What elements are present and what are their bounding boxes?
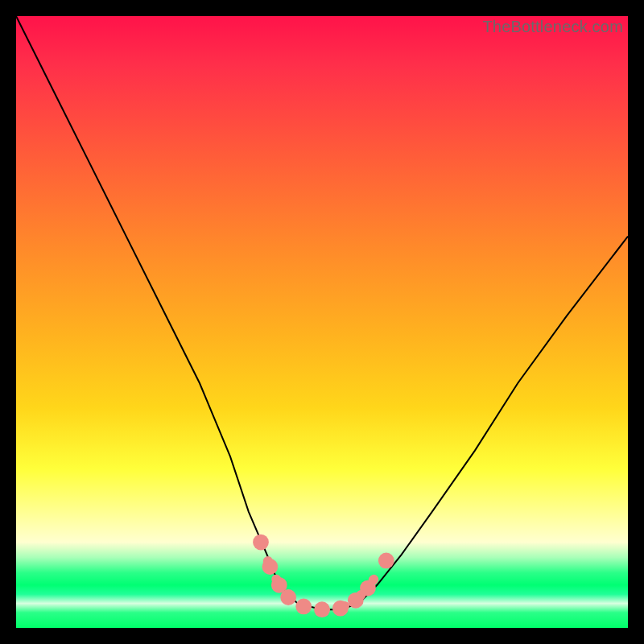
marker-dot	[360, 580, 376, 597]
marker-dot	[332, 601, 349, 617]
plot-area: TheBottleneck.com	[16, 16, 628, 628]
marker-dot	[378, 553, 394, 569]
marker-dot	[262, 559, 279, 575]
curve-layer	[16, 16, 628, 628]
chart-frame: TheBottleneck.com	[0, 0, 644, 644]
marker-dot	[348, 592, 364, 609]
marker-dot	[253, 535, 269, 551]
marker-dot	[280, 589, 296, 605]
marker-chain	[261, 543, 386, 610]
bottleneck-curve	[16, 16, 628, 609]
marker-dot	[314, 601, 330, 617]
marker-dot	[295, 599, 312, 615]
